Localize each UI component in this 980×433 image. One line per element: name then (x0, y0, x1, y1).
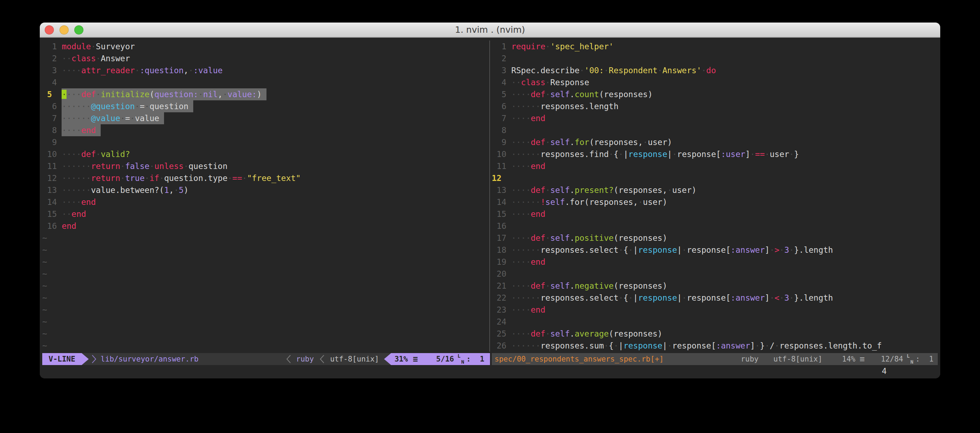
code-line[interactable]: 11····end (492, 160, 938, 172)
code-token: . (570, 329, 575, 338)
code-token: end (531, 257, 546, 266)
cursor-line-number: 12 (492, 172, 511, 184)
tilde-marker: ~ (42, 304, 47, 316)
code-line[interactable]: 1module·Surveyor (42, 40, 489, 53)
code-line[interactable]: 26······responses.sum·{·|response|·respo… (492, 340, 938, 352)
code-line[interactable]: 9····def·self.for(responses,·user) (492, 136, 938, 148)
code-line[interactable]: 3····attr_reader·:question,·:value (42, 64, 489, 76)
space-dot: · (755, 341, 760, 350)
code-token: ·· (62, 209, 72, 219)
code-line[interactable]: 2 (492, 53, 938, 64)
code-line[interactable]: 17····def·self.positive(responses) (492, 232, 938, 244)
code-text: ····end (511, 256, 545, 268)
line-number: 18 (492, 244, 511, 256)
code-line[interactable]: 9 (42, 136, 489, 148)
code-token: ···· (62, 197, 81, 207)
visual-selection: ····end (62, 124, 101, 136)
space-dot: · (145, 174, 150, 183)
code-line[interactable]: 12······return·true·if·question.type·==·… (42, 172, 489, 184)
code-line[interactable]: 3RSpec.describe·'00:·Respondent·Answers'… (492, 64, 938, 76)
minimize-button[interactable] (59, 25, 68, 35)
code-token: @value (91, 114, 120, 123)
line-number: 6 (42, 100, 62, 112)
space-dot: ······ (511, 197, 540, 207)
code-line[interactable]: 15····end (492, 208, 938, 220)
code-token: ······ (62, 162, 91, 171)
code-token: unless (154, 162, 184, 171)
code-line[interactable]: 24 (492, 316, 938, 328)
code-line[interactable]: 5····def·initialize(question:·nil,·value… (42, 88, 489, 100)
code-line[interactable]: 25····def·self.average(responses) (492, 328, 938, 340)
code-line[interactable]: 6······responses.length (492, 100, 938, 112)
code-token: · (701, 66, 706, 75)
code-line[interactable]: 10······responses.find·{·|response|·resp… (492, 148, 938, 160)
code-line[interactable]: 8 (492, 124, 938, 136)
code-line[interactable]: 16 (492, 220, 938, 232)
code-token: require (511, 42, 545, 51)
empty-buffer-line: ~ (42, 268, 489, 280)
code-line[interactable]: 12 (492, 172, 938, 184)
code-line[interactable]: 21····def·self.negative(responses) (492, 280, 938, 292)
space-dot: ···· (62, 197, 81, 207)
code-line[interactable]: 7····end (492, 112, 938, 124)
statusline-right: spec/00_respondents_answers_spec.rb[+] r… (492, 353, 938, 365)
line-number: 25 (492, 328, 511, 340)
encoding-right: utf-8[unix] (773, 355, 822, 363)
empty-buffer-line: ~ (42, 316, 489, 328)
zoom-button[interactable] (74, 25, 83, 35)
code-text: ······responses.select·{·|response|·resp… (511, 292, 833, 304)
code-token: def (531, 186, 546, 195)
space-dot: · (789, 150, 794, 159)
code-line[interactable]: 4 (42, 76, 489, 88)
scroll-percent-left: 31% (395, 355, 408, 363)
code-line[interactable]: 20 (492, 268, 938, 280)
code-line[interactable]: 14····end (42, 196, 489, 208)
code-line[interactable]: 11······return·false·unless·question (42, 160, 489, 172)
code-line[interactable]: 13····def·self.present?(responses,·user) (492, 184, 938, 196)
command-line[interactable]: 4 (42, 365, 938, 377)
code-token: ······responses.find·{·| (511, 150, 628, 159)
line-number: 16 (42, 220, 62, 232)
empty-buffer-line: ~ (42, 244, 489, 256)
code-line[interactable]: 2··class·Answer (42, 53, 489, 64)
code-line[interactable]: 23····end (492, 304, 938, 316)
code-line[interactable]: 1require·'spec_helper' (492, 40, 938, 53)
code-text: ····end (511, 160, 545, 172)
right-pane[interactable]: 1require·'spec_helper'23RSpec.describe·'… (492, 40, 938, 352)
code-line[interactable]: 15··end (42, 208, 489, 220)
code-line[interactable]: 22······responses.select·{·|response|·re… (492, 292, 938, 304)
space-dot: ···· (62, 66, 81, 75)
code-line[interactable]: 18······responses.select·{·|response|·re… (492, 244, 938, 256)
code-line[interactable]: 8····end (42, 124, 489, 136)
code-line[interactable]: 16end (42, 220, 489, 232)
space-dot: · (184, 162, 189, 171)
code-line[interactable]: 4··class·Response (492, 76, 938, 88)
space-dot: · (667, 186, 672, 195)
visual-selection: ······@question·=·question (62, 100, 193, 112)
code-line[interactable]: 10····def·valid? (42, 148, 489, 160)
code-token: · (96, 150, 101, 159)
code-line[interactable]: 13······value.between?(1,·5) (42, 184, 489, 196)
code-text: ····end (511, 304, 545, 316)
space-dot: · (775, 341, 780, 350)
code-line[interactable]: 6······@question·=·question (42, 100, 489, 112)
code-line[interactable]: 19····end (492, 256, 938, 268)
left-pane[interactable]: 1module·Surveyor2··class·Answer3····attr… (42, 40, 489, 352)
titlebar[interactable]: 1. nvim . (nvim) (40, 22, 940, 38)
tilde-marker: ~ (42, 292, 47, 304)
close-button[interactable] (45, 25, 54, 35)
vertical-split-divider[interactable] (489, 40, 490, 352)
code-text: ····def·self.average(responses) (511, 328, 662, 340)
code-token: ·user·} (765, 150, 799, 159)
code-line[interactable]: 14······!self.for(responses,·user) (492, 196, 938, 208)
line-number: 21 (492, 280, 511, 292)
space-dot: · (198, 90, 203, 99)
line-number: 11 (42, 160, 62, 172)
code-token: def (531, 90, 546, 99)
space-dot: ······ (511, 341, 540, 350)
code-line[interactable]: 7······@value·=·value (42, 112, 489, 124)
code-line[interactable]: 5····def·self.count(responses) (492, 88, 938, 100)
line-number: 26 (492, 340, 511, 352)
line-number: 9 (492, 136, 511, 148)
line-number: 8 (42, 124, 62, 136)
